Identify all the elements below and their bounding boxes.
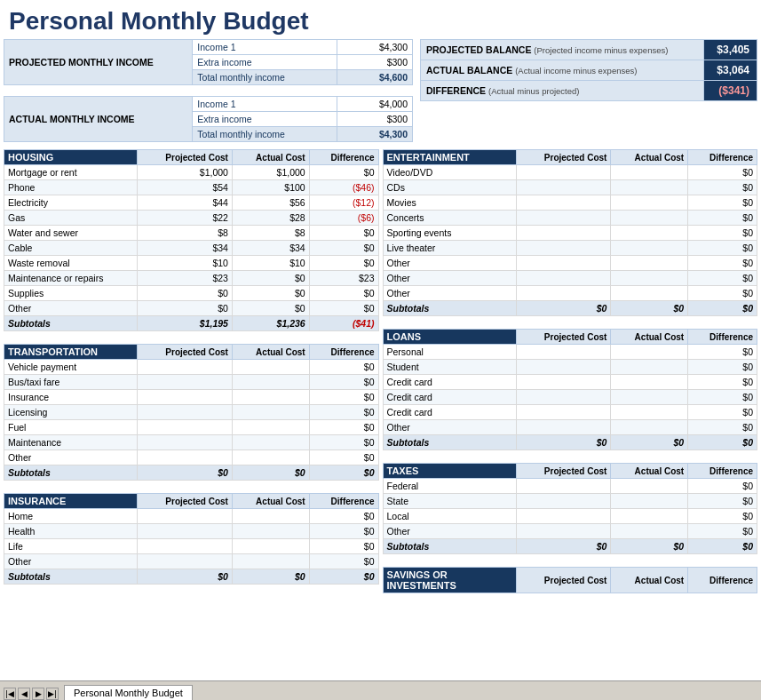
act-balance-label: ACTUAL BALANCE (426, 65, 512, 76)
housing-table: HOUSING Projected Cost Actual Cost Diffe… (4, 149, 379, 331)
projected-balance-row: PROJECTED BALANCE (Projected income minu… (421, 40, 757, 60)
table-row: Other$0$0$0 (4, 301, 379, 316)
entertainment-header: ENTERTAINMENT (383, 150, 516, 165)
table-row: Gas$22$28($6) (4, 211, 379, 226)
table-row: State$0 (383, 494, 757, 509)
table-row: Other$0 (4, 554, 379, 569)
taxes-subtotal: Subtotals $0 $0 $0 (383, 539, 757, 554)
proj-balance-value: $3,405 (703, 40, 757, 60)
loans-table: LOANS Projected Cost Actual Cost Differe… (383, 329, 758, 450)
projected-income-section: PROJECTED MONTHLY INCOME Income 1 $4,300… (4, 39, 413, 146)
diff-value: ($341) (703, 81, 757, 101)
table-row: Waste removal$10$10$0 (4, 256, 379, 271)
table-row: Other$0 (383, 420, 757, 435)
proj-extra-label: Extra income (193, 55, 337, 70)
tab-bar: |◀ ◀ ▶ ▶| Personal Monthly Budget (0, 680, 761, 700)
table-row: Vehicle payment$0 (4, 360, 379, 375)
table-row: Home$0 (4, 509, 379, 524)
table-row: Phone$54$100($46) (4, 180, 379, 195)
page-title: Personal Monthly Budget (0, 0, 761, 39)
loans-subtotal: Subtotals $0 $0 $0 (383, 435, 757, 450)
housing-col-actual: Actual Cost (232, 150, 309, 165)
projected-income-label: PROJECTED MONTHLY INCOME (4, 40, 193, 85)
taxes-table: TAXES Projected Cost Actual Cost Differe… (383, 463, 758, 554)
proj-balance-label: PROJECTED BALANCE (426, 44, 531, 55)
entertainment-subtotal: Subtotals $0 $0 $0 (383, 301, 757, 316)
sheet-tab[interactable]: Personal Monthly Budget (64, 685, 193, 700)
table-row: Credit card$0 (383, 405, 757, 420)
housing-col-diff: Difference (309, 150, 378, 165)
table-row: Other$0 (383, 286, 757, 301)
table-row: Health$0 (4, 524, 379, 539)
savings-header: SAVINGS OR INVESTMENTS (383, 568, 516, 593)
table-row: Local$0 (383, 509, 757, 524)
table-row: Cable$34$34$0 (4, 241, 379, 256)
tab-last-btn[interactable]: ▶| (46, 688, 59, 700)
insurance-table: INSURANCE Projected Cost Actual Cost Dif… (4, 493, 379, 585)
housing-col-projected: Projected Cost (138, 150, 233, 165)
table-row: Life$0 (4, 539, 379, 554)
transportation-subtotal: Subtotals $0 $0 $0 (4, 465, 379, 481)
housing-header: HOUSING (4, 150, 138, 165)
table-row: Student$0 (383, 360, 757, 375)
entertainment-table: ENTERTAINMENT Projected Cost Actual Cost… (383, 149, 758, 316)
diff-label: DIFFERENCE (426, 85, 486, 96)
table-row: Sporting events$0 (383, 226, 757, 241)
proj-balance-sublabel: (Projected income minus expenses) (534, 45, 668, 55)
housing-subtotal: Subtotals $1,195 $1,236 ($41) (4, 316, 379, 331)
table-row: Water and sewer$8$8$0 (4, 226, 379, 241)
table-row: Fuel$0 (4, 420, 379, 435)
table-row: Live theater$0 (383, 241, 757, 256)
insurance-header: INSURANCE (4, 494, 138, 509)
table-row: Other$0 (383, 271, 757, 286)
table-row: Insurance$0 (4, 390, 379, 405)
act-balance-value: $3,064 (703, 60, 757, 81)
savings-table: SAVINGS OR INVESTMENTS Projected Cost Ac… (383, 567, 758, 593)
act-balance-sublabel: (Actual income minus expenses) (515, 66, 637, 76)
transportation-table: TRANSPORTATION Projected Cost Actual Cos… (4, 344, 379, 481)
proj-extra-value: $300 (337, 55, 413, 70)
act-income1-label: Income 1 (193, 97, 337, 112)
actual-income-label: ACTUAL MONTHLY INCOME (4, 97, 193, 142)
act-extra-value: $300 (337, 112, 413, 127)
tab-prev-btn[interactable]: ◀ (18, 688, 30, 700)
table-row: Mortgage or rent$1,000$1,000$0 (4, 165, 379, 180)
table-row: Video/DVD$0 (383, 165, 757, 180)
table-row: Bus/taxi fare$0 (4, 375, 379, 390)
table-row: Maintenance or repairs$23$0$23 (4, 271, 379, 286)
insurance-subtotal: Subtotals $0 $0 $0 (4, 569, 379, 585)
table-row: Electricity$44$56($12) (4, 195, 379, 211)
proj-total-label: Total monthly income (193, 70, 337, 85)
table-row: Concerts$0 (383, 211, 757, 226)
act-total-value: $4,300 (337, 127, 413, 142)
tab-nav[interactable]: |◀ ◀ ▶ ▶| (4, 688, 59, 700)
tab-first-btn[interactable]: |◀ (4, 688, 16, 700)
proj-income1-label: Income 1 (193, 40, 337, 55)
table-row: Personal$0 (383, 345, 757, 360)
table-row: Movies$0 (383, 195, 757, 211)
table-row: Credit card$0 (383, 390, 757, 405)
diff-sublabel: (Actual minus projected) (488, 86, 579, 96)
table-row: Licensing$0 (4, 405, 379, 420)
transportation-header: TRANSPORTATION (4, 345, 138, 360)
balance-summary: PROJECTED BALANCE (Projected income minu… (420, 39, 757, 146)
table-row: Credit card$0 (383, 375, 757, 390)
table-row: Supplies$0$0$0 (4, 286, 379, 301)
proj-income1-value: $4,300 (337, 40, 413, 55)
table-row: Maintenance$0 (4, 435, 379, 450)
loans-header: LOANS (383, 330, 516, 345)
proj-total-value: $4,600 (337, 70, 413, 85)
act-extra-label: Extra income (193, 112, 337, 127)
table-row: CDs$0 (383, 180, 757, 195)
actual-balance-row: ACTUAL BALANCE (Actual income minus expe… (421, 60, 757, 81)
act-total-label: Total monthly income (193, 127, 337, 142)
table-row: Other$0 (383, 256, 757, 271)
difference-row: DIFFERENCE (Actual minus projected) ($34… (421, 81, 757, 101)
tab-next-btn[interactable]: ▶ (32, 688, 44, 700)
taxes-header: TAXES (383, 464, 516, 479)
table-row: Other$0 (383, 524, 757, 539)
table-row: Federal$0 (383, 479, 757, 494)
table-row: Other$0 (4, 450, 379, 465)
act-income1-value: $4,000 (337, 97, 413, 112)
